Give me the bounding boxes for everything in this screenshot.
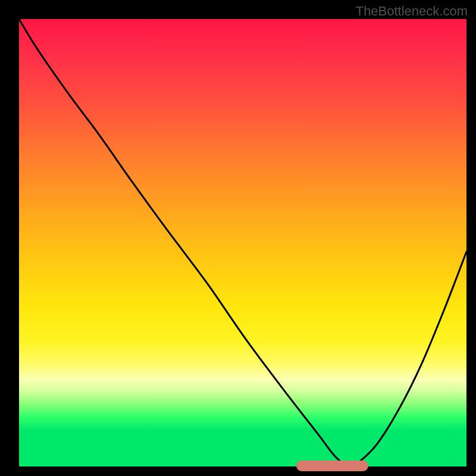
bottleneck-curve-path [19,19,466,466]
bottleneck-curve-svg [19,19,466,466]
attribution-text: TheBottleneck.com [356,4,468,19]
optimal-range-marker [296,461,368,471]
chart-plot-area [19,19,466,466]
